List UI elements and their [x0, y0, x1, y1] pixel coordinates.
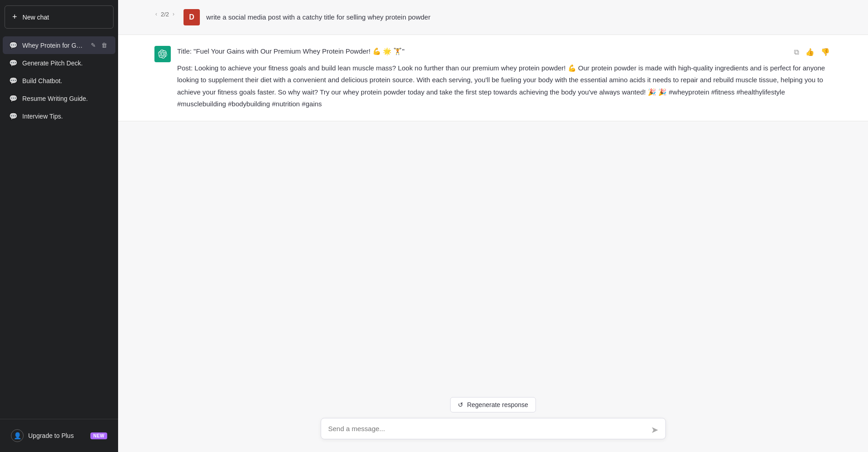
new-badge: NEW [90, 432, 107, 439]
chat-bubble-icon: 💬 [9, 41, 18, 50]
main-content: ‹ 2/2 › D write a social media post with… [118, 0, 868, 452]
total-pages: 2 [166, 11, 169, 18]
bottom-area: ↺ Regenerate response ➤ [118, 390, 868, 452]
sidebar-item-generate-pitch[interactable]: 💬Generate Pitch Deck. [3, 55, 115, 72]
chat-bubble-icon: 💬 [9, 59, 18, 67]
prev-message-button[interactable]: ‹ [154, 10, 158, 18]
send-button[interactable]: ➤ [649, 422, 660, 437]
sidebar-nav: 💬Whey Protein for Gains.✎🗑💬Generate Pitc… [0, 34, 118, 419]
user-avatar: 👤 [11, 429, 24, 442]
thumbsup-icon: 👍 [805, 48, 814, 56]
upgrade-label: Upgrade to Plus [28, 432, 74, 439]
assistant-message-content: Title: "Fuel Your Gains with Our Premium… [177, 46, 832, 110]
thumbsdown-icon: 👎 [821, 48, 830, 56]
thumbsup-button[interactable]: 👍 [804, 46, 816, 58]
thumbsdown-button[interactable]: 👎 [819, 46, 832, 58]
regenerate-button[interactable]: ↺ Regenerate response [450, 397, 536, 412]
assistant-avatar [154, 46, 171, 62]
sidebar-item-label: Whey Protein for Gains. [22, 42, 84, 49]
edit-chat-button[interactable]: ✎ [89, 41, 98, 50]
message-counter: 2/2 [161, 11, 169, 18]
user-message-text: write a social media post with a catchy … [206, 9, 832, 23]
chat-container: ‹ 2/2 › D write a social media post with… [118, 0, 868, 390]
message-nav: ‹ 2/2 › [154, 9, 175, 18]
new-chat-label: New chat [23, 14, 49, 21]
sidebar-item-interview-tips[interactable]: 💬Interview Tips. [3, 108, 115, 125]
regenerate-label: Regenerate response [467, 401, 528, 408]
sidebar-footer: 👤 Upgrade to Plus NEW [0, 419, 118, 452]
message-input[interactable] [321, 418, 666, 439]
chat-bubble-icon: 💬 [9, 112, 18, 120]
chat-spacer [118, 121, 868, 390]
send-icon: ➤ [651, 424, 659, 435]
sidebar: + New chat 💬Whey Protein for Gains.✎🗑💬Ge… [0, 0, 118, 452]
chat-bubble-icon: 💬 [9, 77, 18, 85]
openai-logo-icon [158, 50, 167, 59]
sidebar-item-label: Build Chatbot. [22, 77, 109, 84]
copy-button[interactable]: ⧉ [792, 46, 801, 58]
input-wrapper: ➤ [321, 418, 666, 441]
sidebar-item-label: Resume Writing Guide. [22, 95, 109, 102]
message-actions: ⧉ 👍 👎 [792, 46, 832, 58]
item-actions: ✎🗑 [89, 41, 109, 50]
assistant-message-row: Title: "Fuel Your Gains with Our Premium… [118, 35, 868, 121]
sidebar-item-whey-protein[interactable]: 💬Whey Protein for Gains.✎🗑 [3, 36, 115, 54]
assistant-message-title: Title: "Fuel Your Gains with Our Premium… [177, 46, 832, 57]
copy-icon: ⧉ [794, 48, 799, 56]
user-avatar: D [184, 9, 200, 25]
next-message-button[interactable]: › [172, 10, 175, 18]
user-message-row: ‹ 2/2 › D write a social media post with… [118, 0, 868, 35]
plus-icon: + [12, 12, 17, 22]
regenerate-icon: ↺ [458, 401, 463, 408]
user-initial: 👤 [14, 432, 21, 439]
new-chat-button[interactable]: + New chat [5, 5, 114, 29]
sidebar-item-resume-writing[interactable]: 💬Resume Writing Guide. [3, 90, 115, 107]
sidebar-item-build-chatbot[interactable]: 💬Build Chatbot. [3, 72, 115, 89]
delete-chat-button[interactable]: 🗑 [99, 41, 109, 50]
sidebar-item-label: Generate Pitch Deck. [22, 60, 109, 67]
current-page: 2 [161, 11, 164, 18]
sidebar-item-label: Interview Tips. [22, 113, 109, 120]
upgrade-button[interactable]: 👤 Upgrade to Plus NEW [5, 425, 114, 447]
assistant-message-body: Post: Looking to achieve your fitness go… [177, 62, 832, 110]
chat-bubble-icon: 💬 [9, 94, 18, 103]
